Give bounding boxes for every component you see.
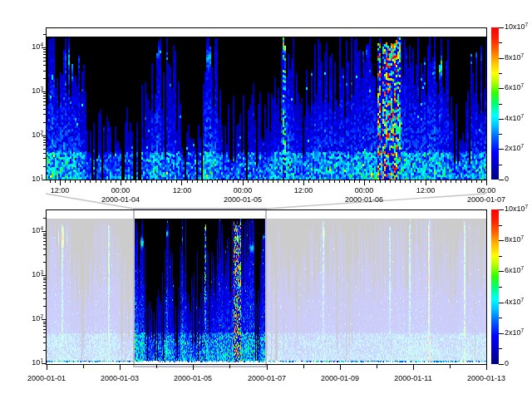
tick-mark: [466, 180, 467, 183]
tick-mark: [43, 49, 46, 50]
tick-mark: [43, 114, 46, 115]
tick-mark: [395, 180, 396, 183]
tick-mark: [499, 333, 504, 334]
tick-mark: [43, 149, 46, 150]
tick-mark: [334, 180, 335, 183]
tick-mark: [43, 137, 46, 138]
tick-mark: [253, 180, 254, 183]
colorbar-tick-label: 10x107: [505, 204, 528, 213]
tick-mark: [456, 180, 456, 183]
tick-mark: [313, 180, 314, 183]
x-tick-label: 12:00: [404, 186, 447, 195]
tick-mark: [227, 180, 228, 183]
tick-mark: [43, 238, 46, 239]
tick-mark: [43, 288, 46, 289]
tick-mark: [43, 218, 46, 219]
colorbar-tick-label: 6x107: [505, 83, 524, 91]
tick-mark: [43, 337, 46, 337]
colorbar-tick-label: 0: [505, 359, 509, 367]
tick-mark: [461, 180, 461, 183]
tick-mark: [380, 180, 381, 183]
x-tick-date-label: 2000-01-07: [458, 195, 515, 204]
tick-mark: [499, 165, 502, 165]
tick-mark: [499, 287, 502, 288]
tick-mark: [43, 105, 46, 106]
tick-mark: [192, 180, 193, 183]
x-tick-date-label: 2000-01-05: [165, 374, 221, 382]
tick-mark: [135, 180, 136, 183]
tick-mark: [499, 225, 502, 226]
y-tick-label: 103: [15, 270, 43, 278]
tick-mark: [283, 180, 284, 183]
tick-mark: [80, 180, 81, 183]
colorbar-tick-label: 4x107: [505, 298, 524, 306]
tick-mark: [43, 332, 46, 333]
tick-mark: [202, 180, 203, 183]
y-tick-label: 101: [15, 358, 43, 367]
tick-mark: [451, 180, 451, 183]
colorbar-tick-label: 10x107: [505, 22, 528, 31]
colorbar-tick-label: 2x107: [505, 144, 524, 152]
tick-mark: [43, 101, 46, 102]
tick-mark: [238, 180, 239, 183]
tick-mark: [339, 180, 340, 183]
tick-mark: [65, 180, 66, 183]
tick-mark: [47, 365, 47, 370]
tick-mark: [248, 180, 249, 183]
tick-mark: [390, 180, 391, 183]
tick-mark: [273, 180, 273, 183]
tick-mark: [410, 180, 411, 183]
tick-mark: [43, 322, 46, 323]
y-tick-label: 101: [15, 175, 43, 183]
tick-mark: [344, 180, 345, 183]
tick-mark: [303, 180, 304, 185]
tick-mark: [446, 180, 446, 183]
tick-mark: [499, 348, 502, 349]
tick-mark: [85, 180, 86, 183]
tick-mark: [43, 234, 46, 234]
tick-mark: [43, 282, 46, 283]
tick-mark: [405, 180, 406, 183]
tick-mark: [120, 365, 121, 370]
tick-mark: [499, 209, 504, 210]
tick-mark: [413, 365, 414, 370]
tick-mark: [43, 54, 46, 55]
tick-mark: [43, 98, 46, 99]
tick-mark: [486, 180, 487, 185]
tick-mark: [43, 262, 46, 263]
x-tick-date-label: 2000-01-03: [91, 374, 148, 382]
tick-mark: [60, 180, 61, 185]
y-tick-label: 102: [15, 131, 43, 139]
tick-mark: [375, 180, 376, 183]
x-tick-label: 00:00: [99, 186, 142, 195]
tick-mark: [55, 180, 56, 183]
tick-mark: [43, 342, 46, 343]
tick-mark: [359, 180, 360, 183]
zoomed-spectrogram-plot-area[interactable]: [47, 28, 486, 180]
tick-mark: [43, 61, 46, 62]
colorbar-tick-label: 8x107: [505, 235, 524, 244]
tick-mark: [499, 134, 502, 135]
tick-mark: [43, 78, 46, 79]
tick-mark: [207, 180, 208, 183]
x-tick-label: 12:00: [160, 186, 204, 195]
tick-mark: [90, 180, 91, 183]
tick-mark: [43, 293, 46, 293]
colorbar-gradient-top: [491, 27, 499, 180]
tick-mark: [308, 180, 309, 183]
tick-mark: [349, 180, 350, 183]
tick-mark: [151, 180, 152, 183]
tick-mark: [43, 109, 46, 110]
tick-mark: [43, 145, 46, 145]
tick-mark: [43, 57, 46, 58]
time-range-selection-rectangle[interactable]: [133, 208, 267, 367]
tick-mark: [43, 235, 46, 236]
tick-mark: [499, 42, 502, 43]
tick-mark: [499, 27, 504, 28]
tick-mark: [43, 326, 46, 327]
x-tick-label: 00:00: [342, 186, 386, 195]
tick-mark: [481, 180, 482, 183]
tick-mark: [43, 278, 46, 278]
tick-mark: [43, 34, 46, 35]
tick-mark: [141, 180, 142, 183]
